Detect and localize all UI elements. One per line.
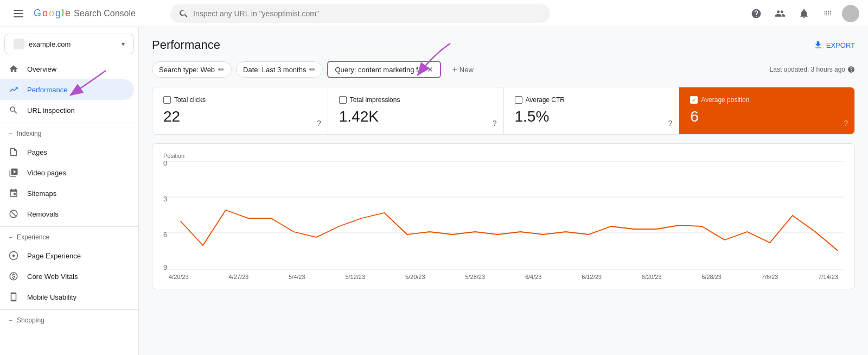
property-selector[interactable]: example.com ▾ (4, 34, 134, 54)
search-input[interactable] (193, 9, 541, 18)
experience-icon (9, 251, 18, 261)
app-logo: Google Search Console (34, 8, 136, 19)
metric-label-total-clicks: Total clicks (163, 96, 317, 104)
metric-help-total-impressions: ? (493, 119, 497, 128)
x-label-2: 4/27/23 (229, 274, 249, 280)
sidebar-item-overview[interactable]: Overview (0, 59, 134, 79)
search-icon (179, 9, 189, 18)
sidebar-item-url-inspection[interactable]: URL inspection (0, 100, 134, 121)
export-button[interactable]: EXPORT (813, 40, 855, 50)
sidebar-item-overview-label: Overview (27, 65, 56, 73)
avatar[interactable] (842, 5, 859, 22)
export-label: EXPORT (826, 41, 855, 49)
chevron-shopping-icon: − (9, 316, 12, 324)
help-button[interactable] (746, 4, 766, 23)
main-content: Performance EXPORT Search type: Web ✏ Da… (139, 27, 868, 355)
close-filter-icon[interactable]: ✕ (427, 65, 433, 74)
sidebar-item-core-web-vitals[interactable]: Core Web Vitals (0, 266, 134, 287)
filter-query[interactable]: Query: content marketing f... ✕ (327, 61, 441, 78)
vitals-icon (9, 271, 18, 281)
filter-date-label: Date: Last 3 months (243, 66, 306, 74)
edit-icon[interactable]: ✏ (218, 65, 225, 74)
last-updated: Last updated: 3 hours ago (770, 66, 855, 73)
metric-card-average-ctr[interactable]: Average CTR 1.5% ? (504, 87, 680, 134)
topbar-left: Google Search Console (9, 4, 164, 23)
help-icon (751, 8, 762, 19)
svg-text:6: 6 (163, 231, 167, 239)
metric-value-average-position: 6 (690, 108, 844, 125)
metric-card-average-position[interactable]: Average position 6 ? (679, 87, 854, 134)
metric-card-total-clicks[interactable]: Total clicks 22 ? (152, 87, 328, 134)
sidebar-item-pages-label: Pages (27, 148, 47, 156)
x-label-3: 5/4/23 (289, 274, 305, 280)
pages-icon (9, 147, 18, 157)
x-label-9: 6/20/23 (642, 274, 662, 280)
metric-cards: Total clicks 22 ? Total impressions 1.42… (152, 87, 855, 135)
sitemap-icon (9, 188, 18, 198)
filter-search-type[interactable]: Search type: Web ✏ (152, 61, 232, 78)
metric-value-average-ctr: 1.5% (515, 108, 668, 125)
x-label-1: 4/20/23 (169, 274, 189, 280)
new-filter-label: New (459, 66, 474, 74)
x-label-8: 6/12/23 (582, 274, 602, 280)
video-icon (9, 168, 18, 178)
sidebar-item-performance[interactable]: Performance (0, 79, 134, 100)
x-label-7: 6/4/23 (525, 274, 542, 280)
x-label-12: 7/14/23 (818, 274, 838, 280)
sidebar-divider-2 (0, 226, 138, 227)
checkbox-average-position[interactable] (690, 96, 698, 104)
trending-up-icon (9, 85, 18, 94)
edit-date-icon[interactable]: ✏ (309, 65, 316, 74)
property-name: example.com (29, 40, 117, 48)
mobile-icon (9, 292, 18, 302)
section-experience[interactable]: − Experience (0, 229, 138, 245)
plus-icon: + (452, 65, 457, 74)
property-icon (14, 39, 24, 49)
section-indexing-label: Indexing (17, 130, 41, 137)
chart-y-label: Position (163, 153, 844, 159)
section-indexing[interactable]: − Indexing (0, 125, 138, 142)
apps-button[interactable] (818, 4, 838, 23)
sidebar-item-page-experience[interactable]: Page Experience (0, 245, 134, 266)
filter-date[interactable]: Date: Last 3 months ✏ (236, 61, 323, 78)
chart-container: Position 0 3 6 9 (152, 143, 855, 289)
home-icon (9, 64, 18, 74)
add-filter-button[interactable]: + New (445, 61, 480, 78)
bell-icon (799, 8, 809, 19)
filter-search-type-label: Search type: Web (159, 66, 215, 74)
magnify-icon (9, 105, 18, 115)
accounts-button[interactable] (770, 4, 790, 23)
sidebar-item-sitemaps[interactable]: Sitemaps (0, 183, 134, 204)
svg-text:0: 0 (163, 161, 167, 167)
sidebar-item-mobile-usability-label: Mobile Usability (27, 293, 76, 301)
apps-icon (822, 8, 833, 19)
metric-label-total-impressions: Total impressions (339, 96, 493, 104)
filter-row: Search type: Web ✏ Date: Last 3 months ✏… (152, 61, 855, 78)
notifications-button[interactable] (794, 4, 814, 23)
hamburger-menu[interactable] (9, 4, 28, 23)
sidebar-item-removals[interactable]: Removals (0, 204, 134, 224)
app-title: Search Console (74, 9, 136, 18)
sidebar-item-video-pages-label: Video pages (27, 169, 66, 177)
sidebar-item-pages[interactable]: Pages (0, 142, 134, 162)
metric-help-average-position: ? (844, 119, 848, 128)
last-updated-text: Last updated: 3 hours ago (770, 66, 845, 73)
sidebar-item-mobile-usability[interactable]: Mobile Usability (0, 287, 134, 307)
sidebar-item-video-pages[interactable]: Video pages (0, 162, 134, 183)
section-shopping[interactable]: − Shopping (0, 312, 138, 328)
checkbox-total-impressions[interactable] (339, 96, 347, 104)
checkbox-average-ctr[interactable] (515, 96, 522, 104)
section-shopping-label: Shopping (17, 316, 44, 324)
metric-card-total-impressions[interactable]: Total impressions 1.42K ? (328, 87, 504, 134)
x-label-11: 7/6/23 (762, 274, 778, 280)
remove-icon (9, 209, 18, 219)
search-bar[interactable] (170, 4, 550, 23)
x-label-6: 5/28/23 (465, 274, 485, 280)
metric-label-average-position: Average position (690, 96, 844, 104)
topbar: Google Search Console (0, 0, 868, 27)
sidebar-item-core-web-vitals-label: Core Web Vitals (27, 272, 78, 281)
checkbox-total-clicks[interactable] (163, 96, 171, 104)
sidebar-item-page-experience-label: Page Experience (27, 252, 81, 260)
help-circle-icon (847, 66, 855, 73)
sidebar-item-sitemaps-label: Sitemaps (27, 189, 56, 198)
